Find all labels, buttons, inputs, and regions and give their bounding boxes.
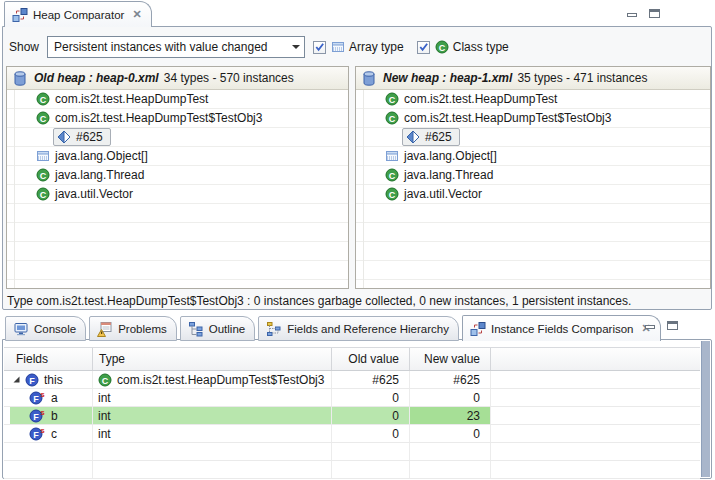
array-type-icon	[331, 40, 345, 54]
instance-icon	[406, 130, 420, 144]
tab-label: Instance Fields Comparison	[491, 323, 634, 335]
tree-item-array[interactable]: java.lang.Object[]	[356, 147, 710, 166]
svg-text:C: C	[102, 375, 109, 385]
svg-text:C: C	[40, 95, 47, 105]
svg-text:s: s	[40, 409, 45, 417]
tree-item-class[interactable]: C java.util.Vector	[356, 185, 710, 204]
tab-label: Console	[34, 323, 76, 335]
expander-icon[interactable]	[12, 375, 21, 384]
tree-item-class[interactable]: C com.is2t.test.HeapDumpTest$TestObj3	[356, 109, 710, 128]
column-header-old-value[interactable]: Old value	[332, 348, 410, 370]
heap-comparator-icon	[12, 7, 28, 23]
field-static-icon: Fs	[29, 409, 46, 423]
old-heap-title: Old heap : heap-0.xml	[34, 71, 159, 85]
table-row-this[interactable]: F this C com.is2t.test.HeapDumpTest$Test…	[4, 371, 700, 389]
maximize-button[interactable]	[648, 8, 661, 19]
tree-item-label: java.util.Vector	[55, 187, 133, 201]
tab-outline[interactable]: Outline	[180, 316, 255, 341]
table-header: Fields Type Old value New value	[4, 347, 700, 371]
tree-item-class[interactable]: C com.is2t.test.HeapDumpTest	[7, 90, 348, 109]
array-type-icon	[36, 149, 50, 163]
field-icon: F	[25, 373, 39, 387]
new-heap-title: New heap : heap-1.xml	[383, 71, 512, 85]
field-name: b	[51, 409, 58, 423]
class-icon: C	[36, 168, 50, 182]
svg-text:s: s	[40, 391, 45, 399]
tree-empty-row	[356, 204, 710, 223]
class-icon: C	[98, 373, 112, 387]
array-type-checkbox[interactable]	[313, 41, 326, 54]
outline-icon	[188, 321, 204, 337]
old-heap-header: Old heap : heap-0.xml 34 types - 570 ins…	[7, 67, 348, 90]
tree-empty-row	[7, 204, 348, 223]
svg-text:F: F	[33, 411, 39, 421]
console-icon	[13, 321, 29, 337]
instance-fields-comparison-content: Fields Type Old value New value F this C…	[2, 339, 712, 479]
column-header-type[interactable]: Type	[93, 348, 332, 370]
tree-item-instance[interactable]: #625	[356, 128, 710, 147]
tab-problems[interactable]: Problems	[89, 316, 177, 341]
old-value: #625	[372, 373, 399, 387]
old-heap-summary: 34 types - 570 instances	[164, 71, 294, 85]
field-static-icon: Fs	[29, 427, 46, 441]
tree-item-label: com.is2t.test.HeapDumpTest	[404, 92, 557, 106]
maximize-button[interactable]	[666, 320, 679, 331]
new-heap-tree: C com.is2t.test.HeapDumpTest C com.is2t.…	[356, 90, 710, 288]
tab-heap-comparator[interactable]: Heap Comparator ✕	[4, 1, 152, 27]
instance-fields-comparison-icon	[470, 321, 486, 337]
tab-instance-fields-comparison[interactable]: Instance Fields Comparison ✕	[462, 315, 661, 341]
table-row-b[interactable]: Fs b int 0 23	[4, 407, 700, 425]
tab-fields-and-reference-hierarchy[interactable]: Fields and Reference Hierarchy	[258, 316, 459, 341]
table-rows: F this C com.is2t.test.HeapDumpTest$Test…	[4, 371, 700, 478]
class-icon: C	[36, 92, 50, 106]
show-label: Show	[9, 40, 39, 54]
tree-item-label: java.lang.Thread	[55, 168, 144, 182]
tree-item-label: com.is2t.test.HeapDumpTest$TestObj3	[55, 111, 262, 125]
class-icon: C	[36, 187, 50, 201]
class-icon: C	[385, 187, 399, 201]
field-type: com.is2t.test.HeapDumpTest$TestObj3	[117, 373, 324, 387]
minimize-button[interactable]	[644, 320, 657, 331]
tree-empty-row	[7, 223, 348, 242]
new-value: 23	[467, 409, 480, 423]
tree-item-instance[interactable]: #625	[7, 128, 348, 147]
column-header-filler	[491, 348, 700, 370]
selected-instance[interactable]: #625	[53, 128, 111, 146]
close-icon[interactable]: ✕	[132, 8, 141, 21]
vertical-scrollbar[interactable]	[701, 341, 710, 477]
field-type: int	[98, 391, 111, 405]
tree-item-class[interactable]: C com.is2t.test.HeapDumpTest	[356, 90, 710, 109]
minimize-button[interactable]	[626, 8, 639, 19]
svg-text:F: F	[29, 375, 35, 385]
class-type-checkbox[interactable]	[417, 41, 430, 54]
chevron-down-icon	[292, 45, 300, 49]
class-type-icon: C	[435, 40, 449, 54]
class-icon: C	[36, 111, 50, 125]
class-icon: C	[385, 111, 399, 125]
svg-text:C: C	[40, 190, 47, 200]
old-heap-tree: C com.is2t.test.HeapDumpTest C com.is2t.…	[7, 90, 348, 288]
tree-item-array[interactable]: java.lang.Object[]	[7, 147, 348, 166]
tree-item-class[interactable]: C com.is2t.test.HeapDumpTest$TestObj3	[7, 109, 348, 128]
svg-text:s: s	[40, 427, 45, 435]
tree-item-label: java.lang.Object[]	[404, 149, 497, 163]
table-row-a[interactable]: Fs a int 0 0	[4, 389, 700, 407]
selected-instance[interactable]: #625	[402, 128, 460, 146]
tree-item-class[interactable]: C java.util.Vector	[7, 185, 348, 204]
svg-text:C: C	[438, 43, 445, 53]
show-filter-dropdown[interactable]: Persistent instances with value changed	[47, 36, 305, 58]
tree-empty-row	[7, 242, 348, 261]
tree-item-class[interactable]: C java.lang.Thread	[7, 166, 348, 185]
bottom-view: Console Problems Outline Fields and Refe…	[2, 314, 712, 479]
tab-label: Problems	[118, 323, 167, 335]
column-header-fields[interactable]: Fields	[10, 348, 93, 370]
new-heap-header: New heap : heap-1.xml 35 types - 471 ins…	[356, 67, 710, 90]
tab-console[interactable]: Console	[5, 316, 86, 341]
tab-label: Outline	[209, 323, 245, 335]
column-header-new-value[interactable]: New value	[410, 348, 491, 370]
status-text: Type com.is2t.test.HeapDumpTest$TestObj3…	[7, 294, 631, 308]
tree-item-label: #625	[425, 130, 452, 144]
new-heap-panel: New heap : heap-1.xml 35 types - 471 ins…	[355, 66, 711, 289]
table-row-c[interactable]: Fs c int 0 0	[4, 425, 700, 443]
tree-item-class[interactable]: C java.lang.Thread	[356, 166, 710, 185]
